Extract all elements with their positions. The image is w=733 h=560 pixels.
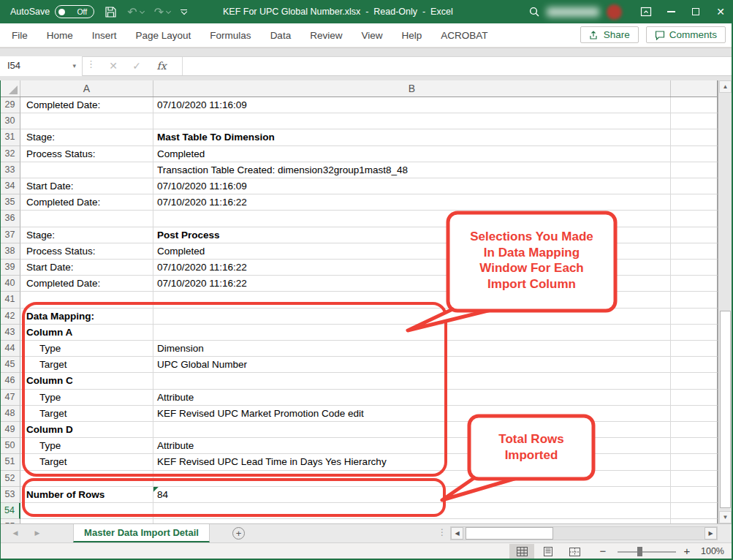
cell-B34[interactable]: 07/10/2020 11:16:09 [153, 178, 671, 194]
scroll-up-button[interactable]: ▲ [719, 80, 732, 93]
cell-B48[interactable]: KEF Revised UPC Market Promotion Code ed… [153, 406, 671, 422]
cell-C31[interactable] [671, 129, 718, 145]
cell-C45[interactable] [671, 357, 718, 373]
ribbon-tab-view[interactable]: View [352, 23, 392, 48]
share-button[interactable]: Share [580, 26, 639, 43]
cell-B54[interactable] [153, 503, 671, 519]
scroll-left-button[interactable]: ◀ [451, 527, 463, 540]
cell-A53[interactable]: Number of Rows [20, 487, 153, 503]
cell-B32[interactable]: Completed [153, 146, 671, 162]
redo-button[interactable]: ↷ [154, 5, 170, 19]
cell-A48[interactable]: Target [20, 406, 153, 422]
cell-A39[interactable]: Start Date: [20, 260, 153, 276]
cell-C37[interactable] [671, 227, 718, 243]
cell-C42[interactable] [671, 309, 718, 325]
comments-button[interactable]: Comments [646, 26, 726, 43]
close-button[interactable]: ✕ [708, 0, 733, 23]
cell-B45[interactable]: UPC Global Number [153, 357, 671, 373]
cell-C32[interactable] [671, 146, 718, 162]
save-button[interactable] [105, 6, 117, 18]
row-header-39[interactable]: 39 [0, 260, 20, 276]
row-header-49[interactable]: 49 [0, 422, 20, 438]
scroll-down-button[interactable]: ▼ [719, 511, 732, 523]
maximize-button[interactable] [683, 0, 708, 23]
row-header-34[interactable]: 34 [0, 178, 20, 194]
cell-A37[interactable]: Stage: [20, 227, 153, 243]
cell-B31[interactable]: Mast Table To Dimension [153, 129, 671, 145]
zoom-slider-track[interactable] [618, 551, 676, 553]
cell-C30[interactable] [671, 113, 718, 129]
cell-C46[interactable] [671, 373, 718, 389]
row-header-29[interactable]: 29 [0, 97, 20, 113]
column-header-C-stub[interactable] [671, 80, 718, 97]
cell-A29[interactable]: Completed Date: [20, 97, 153, 113]
sheet-nav-left-button[interactable]: ◀ [6, 524, 25, 543]
cell-C54[interactable] [671, 503, 718, 519]
row-header-53[interactable]: 53 [0, 487, 20, 503]
cell-C33[interactable] [671, 162, 718, 178]
cell-A30[interactable] [20, 113, 153, 129]
cell-B43[interactable] [153, 325, 671, 341]
cell-A38[interactable]: Process Status: [20, 243, 153, 260]
cell-B36[interactable] [153, 211, 671, 227]
cell-B52[interactable] [153, 471, 671, 487]
row-header-47[interactable]: 47 [0, 390, 20, 406]
sheet-nav-right-button[interactable]: ▶ [28, 524, 47, 543]
cell-A47[interactable]: Type [20, 390, 153, 406]
row-header-50[interactable]: 50 [0, 438, 20, 454]
undo-button[interactable]: ↶ [127, 5, 143, 19]
cell-A50[interactable]: Type [20, 438, 153, 454]
insert-function-button[interactable]: fx [151, 56, 172, 76]
cell-A35[interactable]: Completed Date: [20, 194, 153, 211]
row-header-45[interactable]: 45 [0, 357, 20, 373]
cell-C40[interactable] [671, 276, 718, 292]
ribbon-tab-data[interactable]: Data [261, 23, 301, 48]
cell-A36[interactable] [20, 211, 153, 227]
row-header-44[interactable]: 44 [0, 341, 20, 357]
row-header-37[interactable]: 37 [0, 227, 20, 243]
column-header-B[interactable]: B [153, 80, 671, 97]
cell-B35[interactable]: 07/10/2020 11:16:22 [153, 194, 671, 211]
cell-C39[interactable] [671, 260, 718, 276]
row-header-48[interactable]: 48 [0, 406, 20, 422]
horizontal-scrollbar[interactable]: ◀ ▶ [450, 526, 718, 540]
cell-C36[interactable] [671, 211, 718, 227]
row-header-41[interactable]: 41 [0, 292, 20, 308]
cell-A54[interactable] [20, 503, 153, 519]
cell-C49[interactable] [671, 422, 718, 438]
cell-C34[interactable] [671, 178, 718, 194]
scroll-right-button[interactable]: ▶ [704, 527, 717, 540]
page-break-preview-button[interactable] [562, 544, 587, 559]
zoom-level-label[interactable]: 100% [701, 543, 724, 560]
cancel-entry-button[interactable]: ✕ [102, 56, 124, 76]
minimize-button[interactable] [658, 0, 683, 23]
cell-B40[interactable]: 07/10/2020 11:16:22 [153, 276, 671, 292]
cell-C52[interactable] [671, 471, 718, 487]
zoom-slider-thumb[interactable] [637, 547, 642, 556]
cell-C38[interactable] [671, 243, 718, 260]
autosave-switch[interactable]: Off [55, 5, 94, 18]
autosave-toggle[interactable]: AutoSave Off [10, 5, 94, 18]
ribbon-tab-home[interactable]: Home [37, 23, 83, 48]
search-button[interactable] [522, 0, 547, 23]
cell-A40[interactable]: Completed Date: [20, 276, 153, 292]
row-header-36[interactable]: 36 [0, 211, 20, 227]
ribbon-tab-insert[interactable]: Insert [83, 23, 126, 48]
ribbon-tab-acrobat[interactable]: ACROBAT [431, 23, 497, 48]
cell-B29[interactable]: 07/10/2020 11:16:09 [153, 97, 671, 113]
row-header-32[interactable]: 32 [0, 146, 20, 162]
row-header-33[interactable]: 33 [0, 162, 20, 178]
cell-B30[interactable] [153, 113, 671, 129]
cell-A32[interactable]: Process Status: [20, 146, 153, 162]
row-header-42[interactable]: 42 [0, 309, 20, 325]
enter-entry-button[interactable]: ✓ [126, 56, 148, 76]
row-header-51[interactable]: 51 [0, 454, 20, 470]
cell-A41[interactable] [20, 292, 153, 308]
page-layout-view-button[interactable] [536, 544, 561, 559]
row-header-38[interactable]: 38 [0, 243, 20, 260]
customize-quick-access-button[interactable] [181, 10, 187, 15]
cell-B51[interactable]: KEF Revised UPC Lead Time in Days Yes Hi… [153, 454, 671, 470]
formula-input[interactable] [184, 57, 731, 75]
cell-C44[interactable] [671, 341, 718, 357]
ribbon-tab-review[interactable]: Review [300, 23, 352, 48]
